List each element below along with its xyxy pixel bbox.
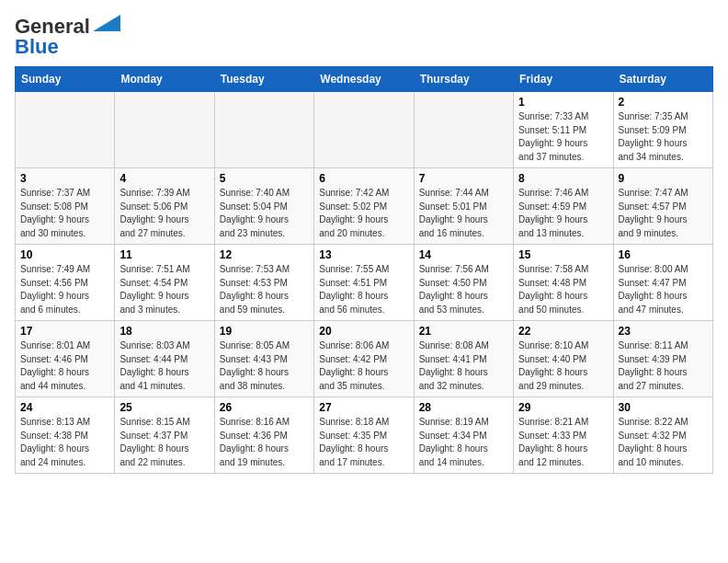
day-info: Sunrise: 7:40 AM Sunset: 5:04 PM Dayligh… — [220, 187, 309, 240]
day-cell — [414, 92, 513, 168]
day-info: Sunrise: 8:18 AM Sunset: 4:35 PM Dayligh… — [319, 416, 408, 469]
day-cell: 13Sunrise: 7:55 AM Sunset: 4:51 PM Dayli… — [314, 245, 414, 321]
day-cell: 3Sunrise: 7:37 AM Sunset: 5:08 PM Daylig… — [16, 168, 115, 245]
day-cell: 30Sunrise: 8:22 AM Sunset: 4:32 PM Dayli… — [613, 397, 712, 474]
day-info: Sunrise: 7:37 AM Sunset: 5:08 PM Dayligh… — [20, 187, 109, 240]
week-row-0: 1Sunrise: 7:33 AM Sunset: 5:11 PM Daylig… — [16, 92, 713, 168]
day-info: Sunrise: 7:47 AM Sunset: 4:57 PM Dayligh… — [619, 187, 708, 240]
week-row-1: 3Sunrise: 7:37 AM Sunset: 5:08 PM Daylig… — [16, 168, 713, 245]
day-info: Sunrise: 7:53 AM Sunset: 4:53 PM Dayligh… — [220, 263, 309, 316]
day-cell: 29Sunrise: 8:21 AM Sunset: 4:33 PM Dayli… — [514, 397, 613, 474]
day-number: 7 — [419, 172, 508, 185]
day-cell: 2Sunrise: 7:35 AM Sunset: 5:09 PM Daylig… — [613, 92, 712, 168]
day-number: 18 — [119, 325, 209, 338]
day-cell — [16, 92, 115, 168]
day-cell: 1Sunrise: 7:33 AM Sunset: 5:11 PM Daylig… — [514, 92, 613, 168]
calendar-header-row: SundayMondayTuesdayWednesdayThursdayFrid… — [16, 67, 713, 92]
day-cell: 7Sunrise: 7:44 AM Sunset: 5:01 PM Daylig… — [414, 168, 513, 245]
day-info: Sunrise: 7:46 AM Sunset: 4:59 PM Dayligh… — [518, 187, 608, 240]
day-number: 17 — [20, 325, 109, 338]
day-number: 12 — [220, 248, 309, 261]
day-cell: 14Sunrise: 7:56 AM Sunset: 4:50 PM Dayli… — [414, 245, 513, 321]
day-number: 1 — [518, 96, 608, 109]
day-cell: 4Sunrise: 7:39 AM Sunset: 5:06 PM Daylig… — [115, 168, 214, 245]
day-number: 15 — [518, 248, 608, 261]
day-number: 8 — [518, 172, 608, 185]
day-cell: 16Sunrise: 8:00 AM Sunset: 4:47 PM Dayli… — [613, 245, 712, 321]
day-cell: 17Sunrise: 8:01 AM Sunset: 4:46 PM Dayli… — [16, 321, 115, 397]
header-tuesday: Tuesday — [214, 67, 313, 92]
day-number: 29 — [518, 401, 608, 414]
header-sunday: Sunday — [16, 67, 115, 92]
header-friday: Friday — [514, 67, 613, 92]
header-saturday: Saturday — [613, 67, 712, 92]
day-info: Sunrise: 8:21 AM Sunset: 4:33 PM Dayligh… — [518, 416, 608, 469]
day-number: 5 — [220, 172, 309, 185]
day-cell: 6Sunrise: 7:42 AM Sunset: 5:02 PM Daylig… — [314, 168, 414, 245]
day-info: Sunrise: 8:16 AM Sunset: 4:36 PM Dayligh… — [220, 416, 309, 469]
day-info: Sunrise: 8:05 AM Sunset: 4:43 PM Dayligh… — [220, 339, 309, 393]
calendar: SundayMondayTuesdayWednesdayThursdayFrid… — [15, 66, 713, 474]
day-info: Sunrise: 7:55 AM Sunset: 4:51 PM Dayligh… — [319, 263, 408, 316]
day-number: 27 — [319, 401, 408, 414]
day-info: Sunrise: 7:35 AM Sunset: 5:09 PM Dayligh… — [619, 110, 708, 164]
svg-marker-0 — [93, 15, 120, 31]
day-number: 13 — [319, 248, 408, 261]
day-cell: 25Sunrise: 8:15 AM Sunset: 4:37 PM Dayli… — [115, 397, 214, 474]
logo-icon — [93, 15, 120, 31]
day-info: Sunrise: 7:39 AM Sunset: 5:06 PM Dayligh… — [119, 187, 209, 240]
day-info: Sunrise: 8:06 AM Sunset: 4:42 PM Dayligh… — [319, 339, 408, 393]
day-number: 23 — [619, 325, 708, 338]
day-number: 24 — [20, 401, 109, 414]
day-number: 19 — [220, 325, 309, 338]
day-info: Sunrise: 8:15 AM Sunset: 4:37 PM Dayligh… — [119, 416, 209, 469]
day-cell: 27Sunrise: 8:18 AM Sunset: 4:35 PM Dayli… — [314, 397, 414, 474]
day-number: 16 — [619, 248, 708, 261]
week-row-2: 10Sunrise: 7:49 AM Sunset: 4:56 PM Dayli… — [16, 245, 713, 321]
logo-blue: Blue — [15, 35, 59, 59]
day-cell — [214, 92, 313, 168]
day-cell: 8Sunrise: 7:46 AM Sunset: 4:59 PM Daylig… — [514, 168, 613, 245]
day-cell: 10Sunrise: 7:49 AM Sunset: 4:56 PM Dayli… — [16, 245, 115, 321]
day-number: 14 — [419, 248, 508, 261]
day-cell: 24Sunrise: 8:13 AM Sunset: 4:38 PM Dayli… — [16, 397, 115, 474]
day-cell — [115, 92, 214, 168]
day-info: Sunrise: 8:11 AM Sunset: 4:39 PM Dayligh… — [619, 339, 708, 393]
day-info: Sunrise: 8:01 AM Sunset: 4:46 PM Dayligh… — [20, 339, 109, 393]
day-info: Sunrise: 7:58 AM Sunset: 4:48 PM Dayligh… — [518, 263, 608, 316]
day-cell: 5Sunrise: 7:40 AM Sunset: 5:04 PM Daylig… — [214, 168, 313, 245]
day-number: 6 — [319, 172, 408, 185]
day-info: Sunrise: 8:10 AM Sunset: 4:40 PM Dayligh… — [518, 339, 608, 393]
day-number: 30 — [619, 401, 708, 414]
day-info: Sunrise: 7:51 AM Sunset: 4:54 PM Dayligh… — [119, 263, 209, 316]
day-number: 3 — [20, 172, 109, 185]
day-info: Sunrise: 8:22 AM Sunset: 4:32 PM Dayligh… — [619, 416, 708, 469]
day-cell: 21Sunrise: 8:08 AM Sunset: 4:41 PM Dayli… — [414, 321, 513, 397]
day-cell: 20Sunrise: 8:06 AM Sunset: 4:42 PM Dayli… — [314, 321, 414, 397]
day-info: Sunrise: 7:42 AM Sunset: 5:02 PM Dayligh… — [319, 187, 408, 240]
header-monday: Monday — [115, 67, 214, 92]
page-header: General Blue — [15, 15, 713, 59]
day-cell: 19Sunrise: 8:05 AM Sunset: 4:43 PM Dayli… — [214, 321, 313, 397]
day-info: Sunrise: 8:13 AM Sunset: 4:38 PM Dayligh… — [20, 416, 109, 469]
logo: General Blue — [15, 15, 120, 59]
day-cell — [314, 92, 414, 168]
day-info: Sunrise: 8:19 AM Sunset: 4:34 PM Dayligh… — [419, 416, 508, 469]
day-cell: 22Sunrise: 8:10 AM Sunset: 4:40 PM Dayli… — [514, 321, 613, 397]
day-number: 20 — [319, 325, 408, 338]
day-cell: 28Sunrise: 8:19 AM Sunset: 4:34 PM Dayli… — [414, 397, 513, 474]
day-number: 11 — [119, 248, 209, 261]
day-number: 26 — [220, 401, 309, 414]
day-info: Sunrise: 7:56 AM Sunset: 4:50 PM Dayligh… — [419, 263, 508, 316]
day-cell: 12Sunrise: 7:53 AM Sunset: 4:53 PM Dayli… — [214, 245, 313, 321]
day-number: 28 — [419, 401, 508, 414]
day-number: 9 — [619, 172, 708, 185]
day-cell: 23Sunrise: 8:11 AM Sunset: 4:39 PM Dayli… — [613, 321, 712, 397]
header-thursday: Thursday — [414, 67, 513, 92]
week-row-3: 17Sunrise: 8:01 AM Sunset: 4:46 PM Dayli… — [16, 321, 713, 397]
week-row-4: 24Sunrise: 8:13 AM Sunset: 4:38 PM Dayli… — [16, 397, 713, 474]
day-info: Sunrise: 7:49 AM Sunset: 4:56 PM Dayligh… — [20, 263, 109, 316]
day-info: Sunrise: 8:03 AM Sunset: 4:44 PM Dayligh… — [119, 339, 209, 393]
day-number: 25 — [119, 401, 209, 414]
header-wednesday: Wednesday — [314, 67, 414, 92]
